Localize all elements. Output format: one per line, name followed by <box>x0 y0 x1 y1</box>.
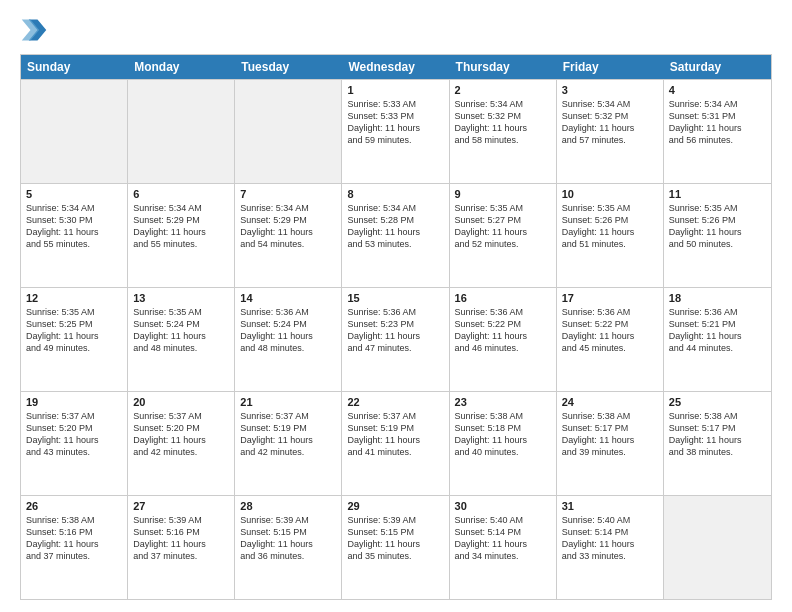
cell-info-19: Sunrise: 5:37 AM Sunset: 5:20 PM Dayligh… <box>26 410 122 459</box>
cal-cell-r3-c0: 19Sunrise: 5:37 AM Sunset: 5:20 PM Dayli… <box>21 392 128 495</box>
cal-cell-r0-c1 <box>128 80 235 183</box>
cal-cell-r4-c2: 28Sunrise: 5:39 AM Sunset: 5:15 PM Dayli… <box>235 496 342 599</box>
cell-info-7: Sunrise: 5:34 AM Sunset: 5:29 PM Dayligh… <box>240 202 336 251</box>
header-day-thursday: Thursday <box>450 55 557 79</box>
cell-info-4: Sunrise: 5:34 AM Sunset: 5:31 PM Dayligh… <box>669 98 766 147</box>
day-number-22: 22 <box>347 396 443 408</box>
day-number-24: 24 <box>562 396 658 408</box>
cal-cell-r3-c2: 21Sunrise: 5:37 AM Sunset: 5:19 PM Dayli… <box>235 392 342 495</box>
cell-info-16: Sunrise: 5:36 AM Sunset: 5:22 PM Dayligh… <box>455 306 551 355</box>
cal-row-4: 26Sunrise: 5:38 AM Sunset: 5:16 PM Dayli… <box>21 495 771 599</box>
cell-info-1: Sunrise: 5:33 AM Sunset: 5:33 PM Dayligh… <box>347 98 443 147</box>
day-number-1: 1 <box>347 84 443 96</box>
header <box>20 16 772 44</box>
cell-info-6: Sunrise: 5:34 AM Sunset: 5:29 PM Dayligh… <box>133 202 229 251</box>
cell-info-31: Sunrise: 5:40 AM Sunset: 5:14 PM Dayligh… <box>562 514 658 563</box>
cal-cell-r0-c3: 1Sunrise: 5:33 AM Sunset: 5:33 PM Daylig… <box>342 80 449 183</box>
cal-cell-r1-c5: 10Sunrise: 5:35 AM Sunset: 5:26 PM Dayli… <box>557 184 664 287</box>
cal-cell-r4-c3: 29Sunrise: 5:39 AM Sunset: 5:15 PM Dayli… <box>342 496 449 599</box>
cal-cell-r1-c4: 9Sunrise: 5:35 AM Sunset: 5:27 PM Daylig… <box>450 184 557 287</box>
day-number-3: 3 <box>562 84 658 96</box>
logo-icon <box>20 16 48 44</box>
cal-cell-r2-c6: 18Sunrise: 5:36 AM Sunset: 5:21 PM Dayli… <box>664 288 771 391</box>
cell-info-17: Sunrise: 5:36 AM Sunset: 5:22 PM Dayligh… <box>562 306 658 355</box>
day-number-30: 30 <box>455 500 551 512</box>
cell-info-26: Sunrise: 5:38 AM Sunset: 5:16 PM Dayligh… <box>26 514 122 563</box>
cal-cell-r1-c0: 5Sunrise: 5:34 AM Sunset: 5:30 PM Daylig… <box>21 184 128 287</box>
cal-cell-r0-c0 <box>21 80 128 183</box>
day-number-15: 15 <box>347 292 443 304</box>
cell-info-27: Sunrise: 5:39 AM Sunset: 5:16 PM Dayligh… <box>133 514 229 563</box>
cell-info-18: Sunrise: 5:36 AM Sunset: 5:21 PM Dayligh… <box>669 306 766 355</box>
day-number-11: 11 <box>669 188 766 200</box>
day-number-9: 9 <box>455 188 551 200</box>
cell-info-23: Sunrise: 5:38 AM Sunset: 5:18 PM Dayligh… <box>455 410 551 459</box>
cell-info-10: Sunrise: 5:35 AM Sunset: 5:26 PM Dayligh… <box>562 202 658 251</box>
cell-info-20: Sunrise: 5:37 AM Sunset: 5:20 PM Dayligh… <box>133 410 229 459</box>
day-number-27: 27 <box>133 500 229 512</box>
cell-info-24: Sunrise: 5:38 AM Sunset: 5:17 PM Dayligh… <box>562 410 658 459</box>
day-number-31: 31 <box>562 500 658 512</box>
cal-cell-r2-c1: 13Sunrise: 5:35 AM Sunset: 5:24 PM Dayli… <box>128 288 235 391</box>
day-number-16: 16 <box>455 292 551 304</box>
day-number-6: 6 <box>133 188 229 200</box>
cal-cell-r4-c1: 27Sunrise: 5:39 AM Sunset: 5:16 PM Dayli… <box>128 496 235 599</box>
cell-info-3: Sunrise: 5:34 AM Sunset: 5:32 PM Dayligh… <box>562 98 658 147</box>
day-number-7: 7 <box>240 188 336 200</box>
cal-cell-r4-c5: 31Sunrise: 5:40 AM Sunset: 5:14 PM Dayli… <box>557 496 664 599</box>
cell-info-9: Sunrise: 5:35 AM Sunset: 5:27 PM Dayligh… <box>455 202 551 251</box>
cal-cell-r3-c6: 25Sunrise: 5:38 AM Sunset: 5:17 PM Dayli… <box>664 392 771 495</box>
header-day-tuesday: Tuesday <box>235 55 342 79</box>
cal-cell-r1-c2: 7Sunrise: 5:34 AM Sunset: 5:29 PM Daylig… <box>235 184 342 287</box>
day-number-12: 12 <box>26 292 122 304</box>
cal-cell-r3-c5: 24Sunrise: 5:38 AM Sunset: 5:17 PM Dayli… <box>557 392 664 495</box>
day-number-8: 8 <box>347 188 443 200</box>
cell-info-11: Sunrise: 5:35 AM Sunset: 5:26 PM Dayligh… <box>669 202 766 251</box>
calendar: SundayMondayTuesdayWednesdayThursdayFrid… <box>20 54 772 600</box>
day-number-26: 26 <box>26 500 122 512</box>
cell-info-22: Sunrise: 5:37 AM Sunset: 5:19 PM Dayligh… <box>347 410 443 459</box>
cell-info-30: Sunrise: 5:40 AM Sunset: 5:14 PM Dayligh… <box>455 514 551 563</box>
cal-row-1: 5Sunrise: 5:34 AM Sunset: 5:30 PM Daylig… <box>21 183 771 287</box>
day-number-10: 10 <box>562 188 658 200</box>
day-number-14: 14 <box>240 292 336 304</box>
cell-info-14: Sunrise: 5:36 AM Sunset: 5:24 PM Dayligh… <box>240 306 336 355</box>
day-number-25: 25 <box>669 396 766 408</box>
header-day-friday: Friday <box>557 55 664 79</box>
day-number-5: 5 <box>26 188 122 200</box>
cell-info-2: Sunrise: 5:34 AM Sunset: 5:32 PM Dayligh… <box>455 98 551 147</box>
day-number-4: 4 <box>669 84 766 96</box>
day-number-20: 20 <box>133 396 229 408</box>
calendar-header: SundayMondayTuesdayWednesdayThursdayFrid… <box>21 55 771 79</box>
cell-info-12: Sunrise: 5:35 AM Sunset: 5:25 PM Dayligh… <box>26 306 122 355</box>
cal-cell-r0-c2 <box>235 80 342 183</box>
day-number-17: 17 <box>562 292 658 304</box>
cal-cell-r0-c6: 4Sunrise: 5:34 AM Sunset: 5:31 PM Daylig… <box>664 80 771 183</box>
cal-cell-r4-c4: 30Sunrise: 5:40 AM Sunset: 5:14 PM Dayli… <box>450 496 557 599</box>
day-number-29: 29 <box>347 500 443 512</box>
cal-cell-r3-c1: 20Sunrise: 5:37 AM Sunset: 5:20 PM Dayli… <box>128 392 235 495</box>
cal-cell-r1-c1: 6Sunrise: 5:34 AM Sunset: 5:29 PM Daylig… <box>128 184 235 287</box>
cell-info-21: Sunrise: 5:37 AM Sunset: 5:19 PM Dayligh… <box>240 410 336 459</box>
day-number-28: 28 <box>240 500 336 512</box>
day-number-23: 23 <box>455 396 551 408</box>
header-day-monday: Monday <box>128 55 235 79</box>
calendar-body: 1Sunrise: 5:33 AM Sunset: 5:33 PM Daylig… <box>21 79 771 599</box>
logo <box>20 16 52 44</box>
cal-cell-r3-c4: 23Sunrise: 5:38 AM Sunset: 5:18 PM Dayli… <box>450 392 557 495</box>
cal-cell-r2-c2: 14Sunrise: 5:36 AM Sunset: 5:24 PM Dayli… <box>235 288 342 391</box>
cal-cell-r2-c3: 15Sunrise: 5:36 AM Sunset: 5:23 PM Dayli… <box>342 288 449 391</box>
cal-row-2: 12Sunrise: 5:35 AM Sunset: 5:25 PM Dayli… <box>21 287 771 391</box>
cal-cell-r1-c3: 8Sunrise: 5:34 AM Sunset: 5:28 PM Daylig… <box>342 184 449 287</box>
cal-cell-r4-c6 <box>664 496 771 599</box>
cal-cell-r2-c4: 16Sunrise: 5:36 AM Sunset: 5:22 PM Dayli… <box>450 288 557 391</box>
header-day-wednesday: Wednesday <box>342 55 449 79</box>
day-number-18: 18 <box>669 292 766 304</box>
day-number-13: 13 <box>133 292 229 304</box>
cell-info-15: Sunrise: 5:36 AM Sunset: 5:23 PM Dayligh… <box>347 306 443 355</box>
cal-cell-r2-c0: 12Sunrise: 5:35 AM Sunset: 5:25 PM Dayli… <box>21 288 128 391</box>
cell-info-5: Sunrise: 5:34 AM Sunset: 5:30 PM Dayligh… <box>26 202 122 251</box>
day-number-21: 21 <box>240 396 336 408</box>
cal-cell-r0-c4: 2Sunrise: 5:34 AM Sunset: 5:32 PM Daylig… <box>450 80 557 183</box>
cal-cell-r2-c5: 17Sunrise: 5:36 AM Sunset: 5:22 PM Dayli… <box>557 288 664 391</box>
